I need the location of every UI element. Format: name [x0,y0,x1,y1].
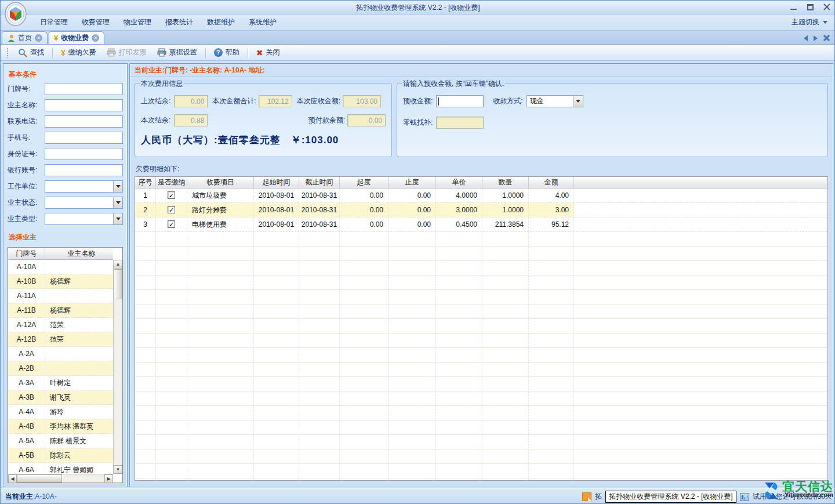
minimize-icon[interactable] [790,3,797,11]
col-start[interactable]: 起始时间 [254,177,299,188]
scrollbar-thumb[interactable] [114,269,122,299]
close-window-icon[interactable] [823,3,831,11]
vertical-scrollbar[interactable]: ▲ ▼ [113,260,122,474]
dropdown-arrow-icon[interactable] [573,96,583,107]
owner-row[interactable]: A-11B杨德辉 [8,303,113,318]
pay-method-select[interactable]: 现金 [527,95,583,107]
owner-row[interactable]: A-10B杨德辉 [8,274,113,289]
tabbar: 首页 ¥ 收物业费 [1,31,835,45]
tab-fee[interactable]: ¥ 收物业费 [49,31,104,44]
col-to[interactable]: 止度 [389,177,436,188]
cur-balance-value: 0.88 [174,114,208,126]
scroll-left-icon[interactable]: ◀ [8,474,17,483]
maximize-icon[interactable] [807,3,814,11]
owner-row[interactable]: A-2A [8,347,113,361]
owner-list: 门牌号 业主名称 A-10A A-10B杨德辉 A-11A A-11B杨德辉 A… [8,247,123,483]
arrears-row[interactable]: 2 路灯分摊费 2010-08-01 2010-08-31 0.00 0.00 … [135,203,827,217]
paid-checkbox[interactable] [168,220,175,228]
note-icon[interactable] [582,492,591,501]
bank-account-input[interactable] [45,164,123,176]
menu-data[interactable]: 数据维护 [200,15,242,30]
owner-name-input[interactable] [45,99,123,111]
arrears-table: 序号 是否缴纳 收费项目 起始时间 截止时间 起度 止度 单价 数量 金额 1 … [135,176,828,481]
empty-rows-area [135,232,827,480]
col-price[interactable]: 单价 [436,177,482,188]
work-unit-label: 工作单位: [8,182,45,191]
owner-row[interactable]: A-5A陈群 植景文 [8,434,113,448]
close-tab-button[interactable]: 关闭 [252,46,285,59]
owner-row[interactable]: A-12A范荣 [8,318,113,332]
find-label: 查找 [30,48,44,57]
theme-switch-label: 主题切换 [792,17,819,27]
owner-row[interactable]: A-6A郭礼宁 曾媚媚 [8,463,113,474]
owner-list-header-door[interactable]: 门牌号 [8,248,45,259]
field-row-owner-status: 业主状态: [8,197,123,209]
id-card-input[interactable] [45,148,123,160]
owner-list-body: A-10A A-10B杨德辉 A-11A A-11B杨德辉 A-12A范荣 A-… [8,260,113,474]
dropdown-arrow-icon[interactable] [113,181,122,192]
pay-arrears-button[interactable]: 缴纳欠费 [56,46,101,59]
owner-row[interactable]: A-3A叶树定 [8,376,113,390]
owner-row[interactable]: A-12B范荣 [8,332,113,347]
help-button[interactable]: 帮助 [209,46,244,59]
ticket-setup-button[interactable]: 票据设置 [153,46,202,59]
tab-scroll-left-icon[interactable] [804,35,808,41]
prepay-amount-input[interactable] [436,95,484,107]
owner-row[interactable]: A-5B陈彩云 [8,448,113,463]
phone-input[interactable] [45,115,123,128]
field-row-work-unit: 工作单位: [8,180,123,193]
change-label: 零钱找补: [403,118,433,128]
chart-icon[interactable] [740,493,749,501]
owner-row[interactable]: A-2B [8,361,113,376]
theme-switch-button[interactable]: 主题切换 [792,17,827,27]
menu-system[interactable]: 系统维护 [242,15,284,30]
tab-home-close-icon[interactable] [35,34,42,42]
menu-property[interactable]: 物业管理 [117,15,158,30]
owner-row[interactable]: A-3B谢飞英 [8,390,113,405]
prepay-panel-title: 请输入预收金额, 按“回车键”确认: [402,79,505,87]
dropdown-arrow-icon[interactable] [113,213,122,224]
mobile-input[interactable] [45,132,123,144]
menu-fee[interactable]: 收费管理 [75,15,117,30]
menu-daily[interactable]: 日常管理 [33,15,75,30]
owner-row[interactable]: A-10A [8,260,113,274]
scroll-up-icon[interactable]: ▲ [114,260,122,269]
horizontal-scrollbar[interactable]: ◀ ▶ [8,474,113,483]
col-paid[interactable]: 是否缴纳 [156,177,187,188]
tab-close-all-icon[interactable] [823,35,830,41]
field-row-phone: 联系电话: [8,115,123,128]
scrollbar-thumb[interactable] [17,474,62,483]
mobile-label: 手机号: [8,133,45,143]
col-qty[interactable]: 数量 [482,177,529,188]
menu-report[interactable]: 报表统计 [158,15,200,30]
paid-checkbox[interactable] [168,206,175,213]
owner-row[interactable]: A-4B李均林 潘群英 [8,419,113,434]
tab-scroll-right-icon[interactable] [814,35,818,41]
arrears-row[interactable]: 1 城市垃圾费 2010-08-01 2010-08-31 0.00 0.00 … [135,188,827,203]
work-unit-select[interactable] [45,180,123,193]
current-owner-line: 当前业主:门牌号: -业主名称: A-10A- 地址: [130,64,833,77]
dropdown-arrow-icon[interactable] [113,197,122,208]
owner-list-header-name[interactable]: 业主名称 [45,248,113,259]
arrears-row[interactable]: 3 电梯使用费 2010-08-01 2010-08-31 0.00 0.00 … [135,217,827,232]
owner-status-select[interactable] [45,197,123,209]
tab-fee-close-icon[interactable] [92,34,99,42]
owner-type-select[interactable] [45,213,123,225]
col-amount[interactable]: 金额 [529,177,574,188]
col-item[interactable]: 收费项目 [187,177,254,188]
scroll-down-icon[interactable]: ▼ [114,465,122,474]
receivable-label: 本次应收金额: [297,96,340,106]
col-from[interactable]: 起度 [340,177,389,188]
help-icon [214,48,223,57]
prepaid-label: 预付款余额: [308,115,345,125]
owner-row[interactable]: A-4A游玲 [8,405,113,419]
toolbar: 查找 缴纳欠费 打印发票 票据设置 帮助 关闭 [1,45,835,61]
scroll-right-icon[interactable]: ▶ [104,474,113,483]
col-end[interactable]: 截止时间 [299,177,340,188]
owner-row[interactable]: A-11A [8,289,113,303]
door-no-input[interactable] [45,83,123,95]
paid-checkbox[interactable] [168,191,175,199]
find-button[interactable]: 查找 [13,46,49,59]
tab-home[interactable]: 首页 [2,31,48,44]
col-seq[interactable]: 序号 [135,177,156,188]
